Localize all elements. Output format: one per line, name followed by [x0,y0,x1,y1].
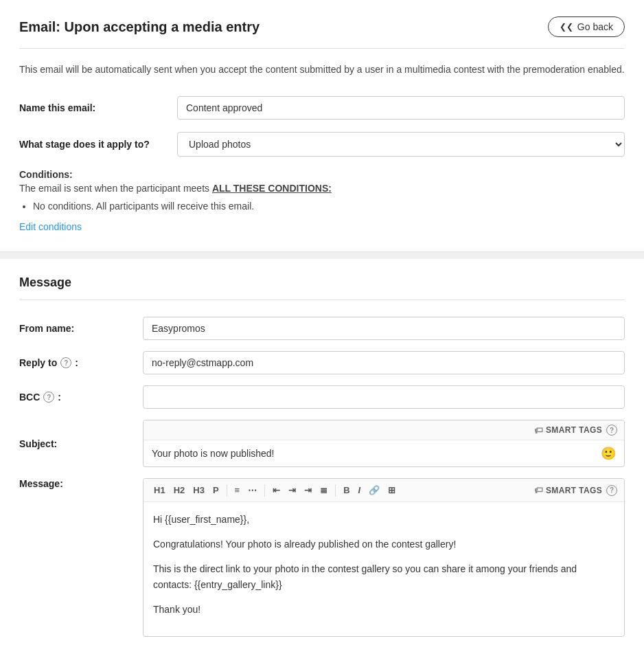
unordered-list-button[interactable]: ≡ [231,483,244,497]
paragraph-button[interactable]: P [209,483,222,497]
subject-input-area: 🙂 [143,440,624,466]
tool-separator-3 [335,484,336,497]
bcc-row: BCC ? : [19,385,625,409]
editor-tools: H1 H2 H3 P ≡ ⋯ ⇤ ⇥ ⇥ ≣ B I [150,483,399,497]
reply-to-input[interactable] [143,351,625,374]
subject-toolbar: 🏷 SMART TAGS ? [143,420,624,440]
description-text: This email will be automatically sent wh… [19,63,625,77]
bold-button[interactable]: B [340,483,353,497]
h2-button[interactable]: H2 [170,483,189,497]
h1-button[interactable]: H1 [150,483,169,497]
message-row: Message: H1 H2 H3 P ≡ ⋯ ⇤ ⇥ ⇥ [19,478,625,637]
message-section-title: Message [19,275,625,290]
top-header: Email: Upon accepting a media entry ❮❮ G… [19,16,625,37]
link-button[interactable]: 🔗 [365,483,383,497]
edit-conditions-link[interactable]: Edit conditions [19,221,82,232]
from-name-label: From name: [19,323,143,334]
conditions-title: Conditions: [19,169,625,180]
message-smart-tags-label: SMART TAGS [546,486,602,495]
message-smart-tags-button[interactable]: 🏷 SMART TAGS [534,485,602,495]
bcc-input[interactable] [143,385,625,409]
conditions-section: Conditions: The email is sent when the p… [19,169,625,232]
stage-row: What stage does it apply to? Upload phot… [19,132,625,157]
h3-button[interactable]: H3 [189,483,208,497]
align-left-button[interactable]: ⇤ [269,483,284,497]
go-back-button[interactable]: ❮❮ Go back [548,16,625,37]
message-smart-tags-help-icon[interactable]: ? [606,485,617,496]
name-input[interactable] [177,96,625,120]
reply-to-row: Reply to ? : [19,351,625,374]
top-divider [19,48,625,49]
page-title: Email: Upon accepting a media entry [19,19,260,35]
all-conditions-text: ALL THESE CONDITIONS: [212,183,332,194]
justify-button[interactable]: ≣ [317,483,331,497]
subject-row: Subject: 🏷 SMART TAGS ? 🙂 [19,420,625,467]
reply-to-label: Reply to ? : [19,357,143,368]
message-line-4: Thank you! [153,602,614,618]
from-name-input[interactable] [143,317,625,340]
top-section: Email: Upon accepting a media entry ❮❮ G… [0,0,644,252]
page-wrapper: Email: Upon accepting a media entry ❮❮ G… [0,0,644,665]
emoji-button[interactable]: 🙂 [601,446,616,461]
align-right-button[interactable]: ⇥ [301,483,315,497]
message-tag-icon: 🏷 [534,485,543,495]
reply-to-help-icon[interactable]: ? [60,357,71,368]
message-line-3: This is the direct link to your photo in… [153,561,614,594]
go-back-label: Go back [577,21,613,32]
ordered-list-button[interactable]: ⋯ [244,483,260,497]
subject-smart-tags-label: SMART TAGS [546,425,602,435]
conditions-description-prefix: The email is sent when the participant m… [19,183,212,194]
subject-smart-tags-help-icon[interactable]: ? [606,425,617,436]
chevron-left-icon: ❮❮ [560,22,573,32]
bcc-label: BCC ? : [19,392,143,403]
message-section: Message From name: Reply to ? : BCC ? : [0,259,644,665]
stage-select[interactable]: Upload photos Vote Results [177,132,625,157]
conditions-list: No conditions. All participants will rec… [19,201,625,212]
conditions-list-item: No conditions. All participants will rec… [33,201,625,212]
from-name-row: From name: [19,317,625,340]
subject-label: Subject: [19,438,143,449]
name-row: Name this email: [19,96,625,120]
message-line-2: Congratulations! Your photo is already p… [153,537,614,553]
tag-icon: 🏷 [534,425,543,436]
subject-wrapper: 🏷 SMART TAGS ? 🙂 [143,420,625,467]
bcc-help-icon[interactable]: ? [43,392,54,403]
message-smart-tags-area: 🏷 SMART TAGS ? [534,485,617,496]
italic-button[interactable]: I [355,483,365,497]
message-line-1: Hi {{user_first_name}}, [153,512,614,528]
align-center-button[interactable]: ⇥ [285,483,299,497]
stage-label: What stage does it apply to? [19,139,177,150]
message-label: Message: [19,478,143,489]
tool-separator-2 [264,484,265,497]
tool-separator-1 [227,484,227,497]
name-label: Name this email: [19,102,177,113]
subject-smart-tags-button[interactable]: 🏷 SMART TAGS [534,425,602,436]
editor-content[interactable]: Hi {{user_first_name}}, Congratulations!… [143,502,624,636]
message-editor-wrapper: H1 H2 H3 P ≡ ⋯ ⇤ ⇥ ⇥ ≣ B I [143,478,625,637]
table-button[interactable]: ⊞ [384,483,399,497]
editor-toolbar: H1 H2 H3 P ≡ ⋯ ⇤ ⇥ ⇥ ≣ B I [143,479,624,502]
section-divider [19,300,625,300]
subject-input[interactable] [152,448,601,459]
conditions-text: The email is sent when the participant m… [19,183,625,194]
